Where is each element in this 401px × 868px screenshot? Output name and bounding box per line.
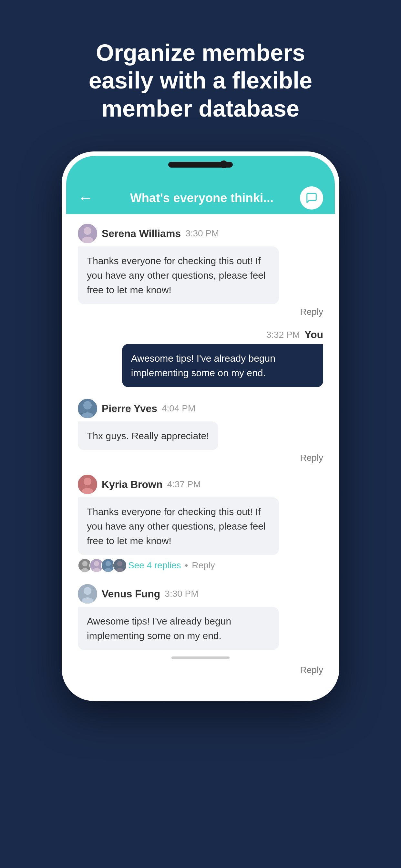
message-bubble: Thanks everyone for checking this out! I… [78, 246, 279, 304]
svg-point-22 [84, 587, 91, 595]
message-meta: Kyria Brown 4:37 PM [78, 475, 201, 494]
message-row: Serena Williams 3:30 PM Thanks everyone … [78, 224, 323, 317]
message-time: 3:30 PM [185, 228, 219, 239]
chat-icon-button[interactable] [300, 186, 323, 210]
avatar [78, 399, 97, 418]
message-meta: Serena Williams 3:30 PM [78, 224, 219, 243]
chat-area: Serena Williams 3:30 PM Thanks everyone … [66, 214, 335, 696]
message-time: 4:04 PM [162, 403, 195, 414]
svg-point-10 [82, 561, 88, 566]
reply-button[interactable]: Reply [300, 453, 323, 463]
app-header: ← What's everyone thinki... [66, 182, 335, 214]
phone-mockup: ← What's everyone thinki... [62, 151, 339, 701]
message-time: 3:32 PM [266, 330, 300, 340]
message-bubble: Thanks everyone for checking this out! I… [78, 497, 279, 555]
notch-bar [66, 156, 335, 182]
message-time: 4:37 PM [167, 479, 201, 490]
notch-camera [220, 160, 227, 168]
sender-name: You [305, 329, 323, 341]
thread-replies: See 4 replies • Reply [78, 558, 215, 572]
reply-button[interactable]: Reply [300, 307, 323, 317]
message-bubble: Awesome tips! I've already begun impleme… [78, 607, 279, 650]
scroll-indicator [172, 656, 229, 659]
svg-point-16 [105, 561, 111, 566]
chat-icon [305, 192, 318, 204]
back-button[interactable]: ← [78, 190, 93, 206]
header-title: What's everyone thinki... [100, 191, 304, 205]
reply-button[interactable]: Reply [192, 560, 215, 570]
message-bubble: Thx guys. Really appreciate! [78, 422, 218, 450]
sender-name: Kyria Brown [102, 478, 162, 491]
sender-name: Pierre Yves [102, 403, 157, 414]
avatar [78, 475, 97, 494]
message-row: Kyria Brown 4:37 PM Thanks everyone for … [78, 475, 323, 572]
thread-avatars [78, 558, 124, 572]
page-title: Organize members easily with a flexible … [0, 39, 401, 122]
message-meta: Pierre Yves 4:04 PM [78, 399, 195, 418]
sender-name: Venus Fung [102, 588, 160, 600]
avatar [78, 224, 97, 243]
thread-avatar [113, 558, 127, 572]
message-bubble: Awesome tips! I've already begun impleme… [122, 344, 323, 387]
svg-point-1 [84, 227, 91, 235]
message-meta: Venus Fung 3:30 PM [78, 584, 198, 603]
avatar [78, 584, 97, 603]
reply-button[interactable]: Reply [300, 665, 323, 675]
svg-point-4 [83, 401, 92, 409]
see-replies-button[interactable]: See 4 replies [128, 560, 181, 570]
svg-point-13 [94, 561, 99, 566]
message-row: You 3:32 PM Awesome tips! I've already b… [78, 329, 323, 387]
message-row: Pierre Yves 4:04 PM Thx guys. Really app… [78, 399, 323, 463]
message-time: 3:30 PM [165, 589, 198, 599]
message-row: Venus Fung 3:30 PM Awesome tips! I've al… [78, 584, 323, 675]
message-meta: You 3:32 PM [266, 329, 323, 341]
sender-name: Serena Williams [102, 228, 181, 240]
svg-point-7 [84, 477, 91, 485]
svg-point-19 [117, 561, 122, 566]
